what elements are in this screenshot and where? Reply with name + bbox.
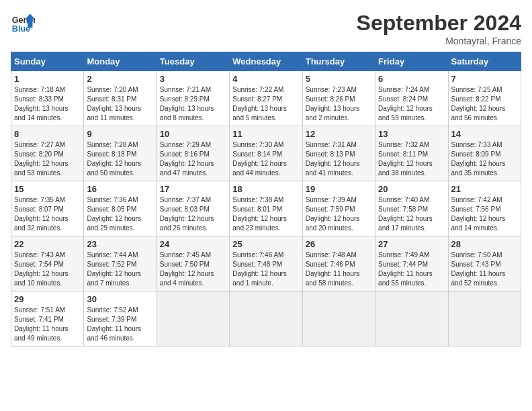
- day-info: Sunrise: 7:44 AM Sunset: 7:52 PM Dayligh…: [87, 250, 153, 288]
- day-info: Sunrise: 7:30 AM Sunset: 8:14 PM Dayligh…: [232, 140, 299, 178]
- month-title: September 2024: [357, 11, 521, 36]
- calendar-cell: 3Sunrise: 7:21 AM Sunset: 8:29 PM Daylig…: [157, 71, 229, 126]
- day-info: Sunrise: 7:31 AM Sunset: 8:13 PM Dayligh…: [306, 140, 372, 178]
- day-info: Sunrise: 7:46 AM Sunset: 7:48 PM Dayligh…: [232, 250, 299, 288]
- day-number: 2: [87, 74, 153, 84]
- day-info: Sunrise: 7:20 AM Sunset: 8:31 PM Dayligh…: [87, 85, 153, 123]
- day-number: 22: [14, 239, 81, 249]
- day-info: Sunrise: 7:33 AM Sunset: 8:09 PM Dayligh…: [451, 140, 518, 178]
- day-number: 10: [160, 129, 226, 139]
- calendar-cell: 2Sunrise: 7:20 AM Sunset: 8:31 PM Daylig…: [84, 71, 157, 126]
- week-row-3: 15Sunrise: 7:35 AM Sunset: 8:07 PM Dayli…: [11, 181, 521, 236]
- day-number: 30: [87, 294, 153, 304]
- svg-text:Blue: Blue: [12, 24, 30, 34]
- calendar-cell: 28Sunrise: 7:50 AM Sunset: 7:43 PM Dayli…: [448, 236, 521, 291]
- column-header-thursday: Thursday: [302, 52, 375, 71]
- week-row-2: 8Sunrise: 7:27 AM Sunset: 8:20 PM Daylig…: [11, 126, 521, 181]
- day-info: Sunrise: 7:29 AM Sunset: 8:16 PM Dayligh…: [160, 140, 226, 178]
- calendar-cell: 27Sunrise: 7:49 AM Sunset: 7:44 PM Dayli…: [375, 236, 448, 291]
- day-number: 28: [451, 239, 518, 249]
- calendar-cell: [302, 291, 375, 347]
- calendar-cell: 14Sunrise: 7:33 AM Sunset: 8:09 PM Dayli…: [448, 126, 521, 181]
- calendar-cell: [448, 291, 521, 347]
- logo: General Blue: [11, 11, 35, 35]
- day-number: 14: [451, 129, 518, 139]
- column-header-sunday: Sunday: [11, 52, 84, 71]
- day-info: Sunrise: 7:21 AM Sunset: 8:29 PM Dayligh…: [160, 85, 226, 123]
- page-header: General Blue September 2024 Montayral, F…: [11, 11, 521, 46]
- calendar-cell: 19Sunrise: 7:39 AM Sunset: 7:59 PM Dayli…: [302, 181, 375, 236]
- calendar-cell: 23Sunrise: 7:44 AM Sunset: 7:52 PM Dayli…: [84, 236, 157, 291]
- day-info: Sunrise: 7:48 AM Sunset: 7:46 PM Dayligh…: [306, 250, 372, 288]
- calendar-cell: 6Sunrise: 7:24 AM Sunset: 8:24 PM Daylig…: [375, 71, 448, 126]
- calendar-cell: [375, 291, 448, 347]
- day-number: 6: [378, 74, 445, 84]
- day-number: 19: [306, 184, 372, 194]
- calendar-cell: 29Sunrise: 7:51 AM Sunset: 7:41 PM Dayli…: [11, 291, 84, 347]
- calendar-cell: 24Sunrise: 7:45 AM Sunset: 7:50 PM Dayli…: [157, 236, 229, 291]
- column-header-friday: Friday: [375, 52, 448, 71]
- day-number: 21: [451, 184, 518, 194]
- calendar-cell: [157, 291, 229, 347]
- day-info: Sunrise: 7:37 AM Sunset: 8:03 PM Dayligh…: [160, 195, 226, 233]
- day-info: Sunrise: 7:25 AM Sunset: 8:22 PM Dayligh…: [451, 85, 518, 123]
- day-number: 18: [232, 184, 299, 194]
- day-number: 23: [87, 239, 153, 249]
- column-header-wednesday: Wednesday: [230, 52, 302, 71]
- day-number: 1: [14, 74, 81, 84]
- calendar-cell: 12Sunrise: 7:31 AM Sunset: 8:13 PM Dayli…: [302, 126, 375, 181]
- day-info: Sunrise: 7:35 AM Sunset: 8:07 PM Dayligh…: [14, 195, 81, 233]
- day-info: Sunrise: 7:42 AM Sunset: 7:56 PM Dayligh…: [451, 195, 518, 233]
- calendar-cell: 16Sunrise: 7:36 AM Sunset: 8:05 PM Dayli…: [84, 181, 157, 236]
- calendar-cell: 11Sunrise: 7:30 AM Sunset: 8:14 PM Dayli…: [230, 126, 302, 181]
- calendar-cell: 7Sunrise: 7:25 AM Sunset: 8:22 PM Daylig…: [448, 71, 521, 126]
- week-row-1: 1Sunrise: 7:18 AM Sunset: 8:33 PM Daylig…: [11, 71, 521, 126]
- day-number: 24: [160, 239, 226, 249]
- day-number: 4: [232, 74, 299, 84]
- day-number: 3: [160, 74, 226, 84]
- day-info: Sunrise: 7:28 AM Sunset: 8:18 PM Dayligh…: [87, 140, 153, 178]
- calendar-cell: 15Sunrise: 7:35 AM Sunset: 8:07 PM Dayli…: [11, 181, 84, 236]
- day-info: Sunrise: 7:49 AM Sunset: 7:44 PM Dayligh…: [378, 250, 445, 288]
- day-number: 29: [14, 294, 81, 304]
- calendar-cell: 10Sunrise: 7:29 AM Sunset: 8:16 PM Dayli…: [157, 126, 229, 181]
- calendar-cell: 18Sunrise: 7:38 AM Sunset: 8:01 PM Dayli…: [230, 181, 302, 236]
- day-number: 8: [14, 129, 81, 139]
- day-info: Sunrise: 7:24 AM Sunset: 8:24 PM Dayligh…: [378, 85, 445, 123]
- calendar-cell: 25Sunrise: 7:46 AM Sunset: 7:48 PM Dayli…: [230, 236, 302, 291]
- calendar-cell: 8Sunrise: 7:27 AM Sunset: 8:20 PM Daylig…: [11, 126, 84, 181]
- day-number: 26: [306, 239, 372, 249]
- header-row: SundayMondayTuesdayWednesdayThursdayFrid…: [11, 52, 521, 71]
- calendar-cell: 9Sunrise: 7:28 AM Sunset: 8:18 PM Daylig…: [84, 126, 157, 181]
- week-row-5: 29Sunrise: 7:51 AM Sunset: 7:41 PM Dayli…: [11, 291, 521, 347]
- day-number: 15: [14, 184, 81, 194]
- calendar-cell: 1Sunrise: 7:18 AM Sunset: 8:33 PM Daylig…: [11, 71, 84, 126]
- day-number: 27: [378, 239, 445, 249]
- day-info: Sunrise: 7:39 AM Sunset: 7:59 PM Dayligh…: [306, 195, 372, 233]
- day-number: 9: [87, 129, 153, 139]
- calendar-cell: 21Sunrise: 7:42 AM Sunset: 7:56 PM Dayli…: [448, 181, 521, 236]
- day-number: 12: [306, 129, 372, 139]
- calendar-cell: 26Sunrise: 7:48 AM Sunset: 7:46 PM Dayli…: [302, 236, 375, 291]
- day-number: 5: [306, 74, 372, 84]
- day-info: Sunrise: 7:32 AM Sunset: 8:11 PM Dayligh…: [378, 140, 445, 178]
- column-header-saturday: Saturday: [448, 52, 521, 71]
- calendar-cell: 20Sunrise: 7:40 AM Sunset: 7:58 PM Dayli…: [375, 181, 448, 236]
- day-info: Sunrise: 7:43 AM Sunset: 7:54 PM Dayligh…: [14, 250, 81, 288]
- day-number: 13: [378, 129, 445, 139]
- day-info: Sunrise: 7:50 AM Sunset: 7:43 PM Dayligh…: [451, 250, 518, 288]
- title-block: September 2024 Montayral, France: [357, 11, 521, 46]
- day-info: Sunrise: 7:40 AM Sunset: 7:58 PM Dayligh…: [378, 195, 445, 233]
- calendar-table: SundayMondayTuesdayWednesdayThursdayFrid…: [11, 52, 521, 347]
- calendar-cell: 5Sunrise: 7:23 AM Sunset: 8:26 PM Daylig…: [302, 71, 375, 126]
- calendar-cell: 17Sunrise: 7:37 AM Sunset: 8:03 PM Dayli…: [157, 181, 229, 236]
- day-number: 16: [87, 184, 153, 194]
- day-number: 11: [232, 129, 299, 139]
- day-info: Sunrise: 7:52 AM Sunset: 7:39 PM Dayligh…: [87, 306, 153, 343]
- day-info: Sunrise: 7:18 AM Sunset: 8:33 PM Dayligh…: [14, 85, 81, 123]
- week-row-4: 22Sunrise: 7:43 AM Sunset: 7:54 PM Dayli…: [11, 236, 521, 291]
- day-number: 7: [451, 74, 518, 84]
- location: Montayral, France: [357, 36, 521, 46]
- day-info: Sunrise: 7:38 AM Sunset: 8:01 PM Dayligh…: [232, 195, 299, 233]
- calendar-cell: 30Sunrise: 7:52 AM Sunset: 7:39 PM Dayli…: [84, 291, 157, 347]
